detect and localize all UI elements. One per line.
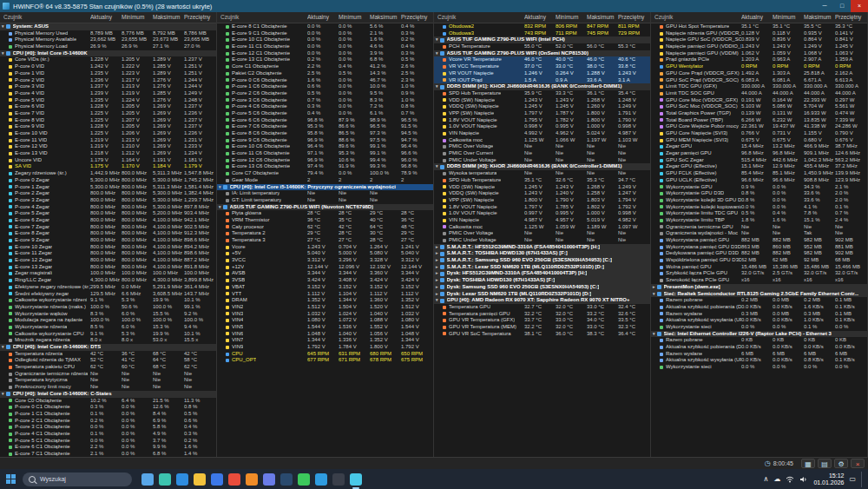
sensor-row[interactable]: PMIC Over CurrentNieNieNieNie (434, 150, 650, 157)
chevron-down-icon[interactable]: ▾ (2, 344, 4, 351)
file-explorer-icon[interactable] (194, 473, 206, 486)
sensor-row[interactable]: Całkowita moc1.125 W1.066 W1.197 W1.103 … (434, 137, 650, 144)
chevron-right-icon[interactable]: ▸ (436, 270, 438, 277)
sensor-row[interactable]: Obudowa2832 RPM806 RPM847 RPM811 RPM (434, 23, 650, 30)
sensor-row[interactable]: Core VIDs (śr.)1.228 V1.205 V1.289 V1.23… (0, 56, 216, 63)
sensor-row[interactable]: Wolna pamięć GPU15,486 MB15,386 MB15,486… (651, 264, 867, 271)
sensor-section-header[interactable]: ▾CPU [#0]: Intel Core i5-14600K: DTS (0, 344, 216, 351)
sensor-row[interactable]: Wykorzystanie rdzenia (maks.)100.0 %50.6… (0, 304, 216, 311)
sensor-row[interactable]: Zegar pamięci GPU96.8 MHz96.8 MHz909.1 M… (651, 150, 867, 157)
sensor-row[interactable]: Physical Memory Available23,662 MB23,655… (0, 36, 216, 43)
sensor-row[interactable]: E-core 9 C6 Obciążenie96.9 %88.6 %97.5 %… (217, 137, 433, 144)
chevron-down-icon[interactable]: ▾ (2, 391, 4, 398)
sensor-row[interactable]: E-core 13 C1 Obciążenie0.2 %0.0 %6.8 %0.… (217, 56, 433, 63)
column-header[interactable]: Przeciętny (401, 12, 432, 23)
sensor-row[interactable]: Całkowite wykorzystanie CPU9.1 %5.3 %19.… (0, 331, 216, 338)
sensor-row[interactable]: GPU Core Napięcie (SVI3)0.766 V0.731 V1.… (651, 130, 867, 137)
sensor-row[interactable]: P-core 5 C6 Obciążenie0.4 %0.0 %6.1 %0.7… (217, 110, 433, 117)
sensor-row[interactable]: SA VID1.175 V1.170 V1.184 V1.179 V (0, 163, 216, 170)
chevron-down-icon[interactable]: ▾ (436, 50, 438, 57)
sensor-section-header[interactable]: ▾ASUS TUF GAMING Z790-PLUS WIFI (OnSemi … (434, 50, 650, 57)
sensor-row[interactable]: Limit TDC GPU (GFX)330.000 A330.000 A330… (651, 83, 867, 90)
sensor-row[interactable]: Szerokość łącza PCIe GPUx16x16x16x16 (651, 277, 867, 284)
sensor-row[interactable]: GPU FCLK (Effective)85.4 MHz85.1 MHz1,45… (651, 170, 867, 177)
sensor-row[interactable]: VIN71.344 V1.336 V1.352 V1.344 V (217, 337, 433, 344)
column-header[interactable]: Minimum (339, 12, 370, 23)
sensor-row[interactable]: AVSB3.344 V3.344 V3.360 V3.344 V (217, 270, 433, 277)
monitor-icon[interactable]: ▦ (801, 459, 815, 468)
sensor-row[interactable]: P-core 4 Zegar800.0 MHz800.0 MHz5,300.0 … (0, 204, 216, 211)
sensor-row[interactable]: Obudowa3743 RPM711 RPM745 RPM729 RPM (434, 30, 650, 37)
sensor-row[interactable]: PMIC Under VoltageNieNieNieNie (434, 157, 650, 164)
sensor-row[interactable]: E-core 12 VID1.219 V1.210 V1.269 V1.233 … (0, 143, 216, 150)
microsoft-store-icon[interactable] (211, 473, 223, 486)
chevron-down-icon[interactable]: ▾ (2, 50, 4, 57)
sensor-row[interactable]: Ring/LLC Zegar4,300.0 MHz800.0 MHz4,300.… (0, 277, 216, 284)
sensor-row[interactable]: Aktualna szybkość wysyłania (UP)0.0 KB/s… (651, 317, 867, 324)
sensor-row[interactable]: 1.0V VOUT Napięcie0.998 V0.995 V1.000 V0… (434, 123, 650, 130)
sensor-row[interactable]: P-core 0 VID1.242 V1.222 V1.285 V1.251 V (0, 63, 216, 70)
column-header[interactable]: Minimum (556, 12, 587, 23)
sensor-row[interactable]: GPU SoC Moc (VDDCR_SOC)5.103 W5.086 W5.7… (651, 103, 867, 110)
sensor-row[interactable]: P-core 1 VID1.235 V1.223 V1.289 V1.251 V (0, 70, 216, 77)
sensor-row[interactable]: VIN41.080 V1.072 V1.088 V1.080 V (217, 317, 433, 324)
sensor-row[interactable]: Całkowite wykorzystanie rdzeni9.1 %5.3 %… (0, 297, 216, 304)
sensor-row[interactable]: P-core 3 C6 Obciążenie0.7 %0.0 %8.3 %1.0… (217, 97, 433, 104)
chevron-down-icon[interactable]: ▾ (653, 291, 655, 298)
sensor-row[interactable]: GPU VR Temperatura (MEM)32.2 °C32.0 °C33… (434, 324, 650, 331)
sensor-row[interactable]: Odległość rdzenia do TjMAX52 °C41 °C64 °… (0, 357, 216, 364)
sensor-row[interactable]: VIN51.544 V1.536 V1.552 V1.544 V (217, 324, 433, 331)
sensor-row[interactable]: Średni efektywny zegar129.5 MHz6.6 MHz3,… (0, 291, 216, 298)
sensor-row[interactable]: Wykorzystanie kolejki 3D GPU D3D0.8 %0.0… (651, 197, 867, 204)
sensor-row[interactable]: Vcore1.243 V0.704 V1.264 V1.241 V (217, 244, 433, 251)
sensor-row[interactable]: Napięcie rdzenia GPU (VDDCR_GFX)0.128 V0… (651, 30, 867, 37)
sensor-row[interactable]: VIN Napięcie4.987 V4.957 V5.019 V4.982 V (434, 217, 650, 224)
sensor-row[interactable]: E-core 12 Zegar800.0 MHz800.0 MHz4,100.0… (0, 257, 216, 264)
sensor-row[interactable]: E-core 9 Zegar800.0 MHz800.0 MHz4,100.0 … (0, 237, 216, 244)
sensor-row[interactable]: E-core 7 VID1.225 V1.205 V1.269 V1.236 V (0, 110, 216, 117)
sensor-row[interactable]: VDD (SW) Napięcie1.245 V1.243 V1.268 V1.… (434, 184, 650, 191)
sensor-section-header[interactable]: ▸S.M.A.R.T.: Samsung SSD 960 EVO 250GB (… (434, 257, 650, 264)
column-header[interactable]: Minimum (122, 12, 153, 23)
sensor-row[interactable]: Core C0 Obciążenie10.2 %6.4 %21.5 %11.3 … (0, 398, 216, 405)
sensor-row[interactable]: Uncore VID1.179 V1.164 V1.191 V1.181 V (0, 157, 216, 164)
sensor-row[interactable]: PMIC Over VoltageNieNieNieNie (434, 143, 650, 150)
sensor-row[interactable]: CPU_OPT677 RPM671 RPM678 RPM675 RPM (217, 357, 433, 364)
sensor-row[interactable]: PMIC Under VoltageNieNieNieNie (434, 237, 650, 244)
sensor-row[interactable]: E-core 6 Zegar800.0 MHz800.0 MHz4,100.0 … (0, 217, 216, 224)
sensor-row[interactable]: Wykorzystanie kolejki kopiowania GPU D3D… (651, 204, 867, 211)
sensor-row[interactable]: Mnożnik zegara rdzenia8.0 x8.0 x53.0 x15… (0, 337, 216, 344)
chevron-down-icon[interactable]: ▾ (219, 184, 221, 191)
sensor-row[interactable]: GPU UCLK (Effective)96.6 MHz96.6 MHz908.… (651, 177, 867, 184)
sensor-row[interactable]: Całkowita moc1.125 W1.059 W1.189 W1.097 … (434, 224, 650, 231)
sensor-row[interactable]: GT: Limit temperaturyNieNieNie (217, 197, 433, 204)
sensor-section-header[interactable]: ▸Dysk: TOSHIBA HDWD130 (67H1433AS) [F:] (434, 277, 650, 284)
sensor-row[interactable]: E-core 10 C6 Obciążenie96.4 %89.6 %99.1 … (217, 143, 433, 150)
firefox-icon[interactable] (246, 473, 258, 486)
sensor-row[interactable]: Napięcie pamięci GPU (VDDIO_MEM)1.243 V1… (651, 43, 867, 50)
gear-icon[interactable]: ⚙ (834, 459, 848, 468)
sensor-row[interactable]: GPU VR Temperatura (GFX)33.7 °C33.0 °C34… (434, 317, 650, 324)
sensor-row[interactable]: Wykorzystanie GPU0.9 %0.0 %34.3 %2.1 % (651, 184, 867, 191)
sensor-section-header[interactable]: ▸S.M.A.R.T.: Lexar SSD NM620 1TB (MLQ110… (434, 264, 650, 271)
sensor-row[interactable]: Wykorzystanie sieci0.0 %0.0 %0.1 %0.0 % (651, 324, 867, 331)
wifi-icon[interactable] (786, 476, 794, 483)
column-header[interactable]: Aktualny (524, 12, 556, 23)
sensor-row[interactable]: Physical Memory Load26.9 %26.9 %27.1 %27… (0, 43, 216, 50)
sensor-row[interactable]: Temperatura pakietu CPU62 °C60 °C68 °C62… (0, 364, 216, 371)
sensor-row[interactable]: Prąd gniazda PCIe1.203 A0.963 A2.907 A1.… (651, 56, 867, 63)
sensor-row[interactable]: VIN Napięcie4.992 V4.962 V5.024 V4.987 V (434, 130, 650, 137)
sensor-row[interactable]: Wykorzystana pamięć GPU882 MB882 MB982 M… (651, 237, 867, 244)
sensor-row[interactable]: E-core 8 Zegar800.0 MHz800.0 MHz4,100.0 … (0, 230, 216, 237)
sensor-row[interactable]: Total Graphics Power (TGP)0.139 W0.131 W… (651, 110, 867, 117)
sensor-row[interactable]: VIN61.048 V1.040 V1.056 V1.048 V (217, 331, 433, 338)
sensor-section-header[interactable]: ▾ASUS TUF GAMING Z790-PLUS WIFI (Nuvoton… (217, 204, 433, 211)
sensor-row[interactable]: Temperatura pamięci GPU32.2 °C32.0 °C33.… (434, 311, 650, 318)
sensor-row[interactable]: Pakiet C2 Obciążenie2.5 %0.5 %14.3 %2.5 … (217, 70, 433, 77)
maximize-button[interactable]: □ (833, 0, 851, 12)
sensor-row[interactable]: Temperatura krytycznaNieNieNieNie (0, 377, 216, 384)
sensor-row[interactable]: Ograniczenia wydajności - MocNieNieTakNi… (651, 230, 867, 237)
sensor-row[interactable]: VIN31.032 V1.024 V1.040 V1.032 V (217, 311, 433, 318)
sensor-row[interactable]: P-core 4 VID1.239 V1.219 V1.285 V1.249 V (0, 90, 216, 97)
column-header[interactable]: Aktualny (307, 12, 339, 23)
